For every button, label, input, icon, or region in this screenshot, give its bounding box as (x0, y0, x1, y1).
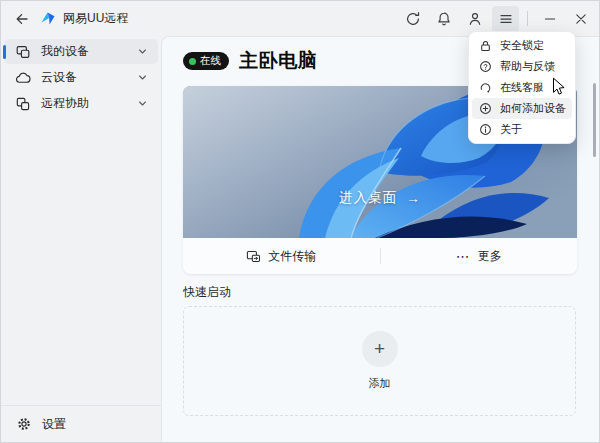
app-title: 网易UU远程 (63, 10, 128, 27)
status-text: 在线 (200, 54, 221, 68)
menu-item-help-feedback[interactable]: 帮助与反馈 (472, 56, 572, 77)
titlebar-separator (527, 11, 528, 26)
gear-icon (16, 416, 32, 432)
more-button[interactable]: ⋯ 更多 (381, 248, 578, 265)
menu-item-label: 帮助与反馈 (500, 59, 555, 74)
menu-button[interactable] (492, 6, 519, 32)
menu-item-label: 在线客服 (500, 80, 544, 95)
menu-item-add-device[interactable]: 如何添加设备 (472, 98, 572, 119)
titlebar-controls (399, 6, 594, 32)
menu-item-security-lock[interactable]: 安全锁定 (472, 35, 572, 56)
file-transfer-button[interactable]: 文件传输 (183, 248, 380, 265)
sidebar-item-my-devices[interactable]: 我的设备 (4, 39, 158, 64)
menu-item-label: 如何添加设备 (500, 101, 566, 116)
chevron-down-icon (137, 72, 148, 83)
sidebar: 我的设备 云设备 远程协助 (1, 36, 161, 442)
refresh-button[interactable] (399, 6, 426, 32)
ellipsis-icon: ⋯ (456, 251, 471, 261)
device-actions: 文件传输 ⋯ 更多 (183, 238, 577, 274)
chevron-down-icon (137, 98, 148, 109)
bell-icon (436, 11, 452, 27)
titlebar-dropdown-menu: 安全锁定 帮助与反馈 在线客服 如何添加设备 (468, 31, 576, 144)
back-button[interactable] (8, 6, 35, 32)
add-label: 添加 (369, 376, 391, 391)
enter-desktop-button[interactable]: 进入桌面 → (183, 189, 577, 207)
status-badge: 在线 (183, 52, 229, 70)
minimize-button[interactable] (536, 6, 563, 32)
quick-launch-area: + 添加 (183, 306, 576, 416)
enter-desktop-label: 进入桌面 (339, 189, 397, 207)
quick-launch-title: 快速启动 (183, 284, 231, 301)
add-button[interactable]: + (362, 331, 398, 367)
device-header: 在线 主卧电脑 (183, 48, 317, 74)
back-icon (14, 11, 30, 27)
close-icon (573, 11, 589, 27)
sidebar-settings[interactable]: 设置 (1, 405, 161, 442)
online-dot-icon (189, 58, 196, 65)
menu-item-about[interactable]: 关于 (472, 119, 572, 140)
sidebar-item-label: 远程协助 (41, 95, 89, 112)
account-button[interactable] (461, 6, 488, 32)
sidebar-item-label: 云设备 (41, 69, 77, 86)
lock-icon (479, 39, 492, 52)
selected-indicator (3, 45, 6, 59)
sidebar-item-cloud-devices[interactable]: 云设备 (4, 65, 158, 90)
cloud-devices-icon (15, 70, 31, 86)
menu-item-label: 安全锁定 (500, 38, 544, 53)
file-transfer-label: 文件传输 (268, 248, 316, 265)
device-title: 主卧电脑 (239, 48, 317, 74)
sidebar-item-label: 我的设备 (41, 43, 89, 60)
help-icon (479, 60, 492, 73)
remote-assist-icon (15, 96, 31, 112)
user-icon (467, 11, 483, 27)
refresh-icon (405, 11, 421, 27)
menu-item-label: 关于 (500, 122, 522, 137)
my-devices-icon (15, 44, 31, 60)
menu-item-online-support[interactable]: 在线客服 (472, 77, 572, 98)
settings-label: 设置 (42, 416, 66, 433)
support-icon (479, 81, 492, 94)
more-label: 更多 (478, 248, 502, 265)
menu-icon (498, 11, 514, 27)
plus-icon: + (374, 338, 385, 360)
arrow-right-icon: → (406, 191, 421, 206)
about-icon (479, 123, 492, 136)
vertical-scrollbar[interactable] (593, 83, 596, 157)
app-window: 网易UU远程 (0, 0, 600, 443)
minimize-icon (542, 11, 558, 27)
file-transfer-icon (246, 249, 261, 263)
chevron-down-icon (137, 46, 148, 57)
app-logo (39, 10, 56, 27)
add-device-icon (479, 102, 492, 115)
notifications-button[interactable] (430, 6, 457, 32)
sidebar-item-remote-assist[interactable]: 远程协助 (4, 91, 158, 116)
close-button[interactable] (567, 6, 594, 32)
